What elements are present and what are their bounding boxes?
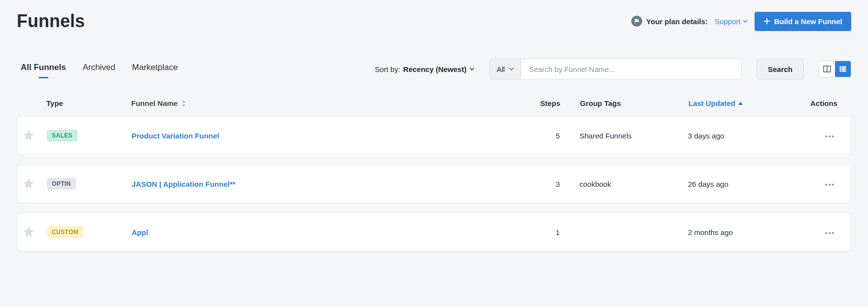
type-badge: SALES [47,130,77,141]
svg-rect-4 [840,70,841,71]
favorite-star-icon[interactable] [22,177,35,190]
svg-rect-2 [840,67,841,68]
last-updated-value: 2 months ago [688,228,801,237]
sort-icon [181,101,186,106]
tab-archived[interactable]: Archived [83,63,115,75]
favorite-star-icon[interactable] [22,225,35,238]
steps-value: 3 [515,180,579,188]
type-badge: OPTIN [47,178,76,190]
filter-dropdown[interactable]: All [490,59,521,79]
row-actions-menu[interactable] [822,133,837,140]
steps-value: 1 [515,228,579,237]
columns-icon [823,65,831,73]
group-tags-value: cookbook [579,180,688,188]
svg-rect-7 [842,70,846,71]
svg-rect-3 [840,68,841,69]
view-toggle [819,61,851,77]
funnel-name-link[interactable]: JASON | Application Funnel** [132,180,235,188]
sort-by-value: Recency (Newest) [403,65,467,73]
row-actions-menu[interactable] [822,181,837,189]
funnel-name-link[interactable]: Product Variation Funnel [132,132,219,140]
table-row: CUSTOM Appl 1 2 months ago [17,213,851,251]
page-title: Funnels [17,11,85,32]
type-badge: CUSTOM [47,226,83,238]
sort-asc-icon [738,101,743,105]
sort-by-dropdown[interactable]: Sort by: Recency (Newest) [375,65,474,73]
row-actions-menu[interactable] [822,229,837,237]
col-funnel-name[interactable]: Funnel Name [131,99,516,107]
table-row: OPTIN JASON | Application Funnel** 3 coo… [17,165,851,203]
table-header: Type Funnel Name Steps Group Tags Last U… [17,99,851,116]
filter-value: All [497,65,505,73]
chevron-down-icon [509,67,514,71]
funnel-name-link[interactable]: Appl [132,228,148,237]
grid-view-button[interactable] [819,61,835,77]
list-icon [839,65,847,73]
tab-marketplace[interactable]: Marketplace [132,63,178,75]
svg-rect-5 [842,67,846,68]
table-row: SALES Product Variation Funnel 5 Shared … [17,116,851,155]
sort-by-prefix: Sort by: [375,65,400,73]
chevron-down-icon [743,19,748,24]
search-button[interactable]: Search [757,59,804,79]
col-last-updated-label: Last Updated [688,99,735,107]
tab-all-funnels[interactable]: All Funnels [21,63,66,75]
search-input[interactable] [521,59,741,79]
chevron-down-icon [470,67,474,71]
build-funnel-label: Build a New Funnel [774,17,842,26]
plan-details-chip: Your plan details: [631,16,708,27]
list-view-button[interactable] [835,61,851,77]
plus-icon [763,18,770,25]
funnel-tabs: All Funnels Archived Marketplace [21,63,178,75]
last-updated-value: 3 days ago [688,132,801,140]
search-group: All [489,59,742,79]
last-updated-value: 26 days ago [688,180,801,188]
col-type: Type [46,99,131,107]
steps-value: 5 [515,132,579,140]
build-funnel-button[interactable]: Build a New Funnel [755,12,851,31]
svg-rect-6 [842,68,846,69]
col-last-updated[interactable]: Last Updated [688,99,802,107]
col-funnel-name-label: Funnel Name [131,99,178,107]
col-actions: Actions [802,99,846,107]
flag-icon [631,16,642,27]
group-tags-value: Shared Funnels [579,132,688,140]
col-steps: Steps [516,99,580,107]
favorite-star-icon[interactable] [22,129,35,141]
support-label: Support [715,17,741,26]
col-group-tags: Group Tags [580,99,688,107]
support-dropdown[interactable]: Support [715,17,748,26]
plan-details-label: Your plan details: [646,17,708,26]
